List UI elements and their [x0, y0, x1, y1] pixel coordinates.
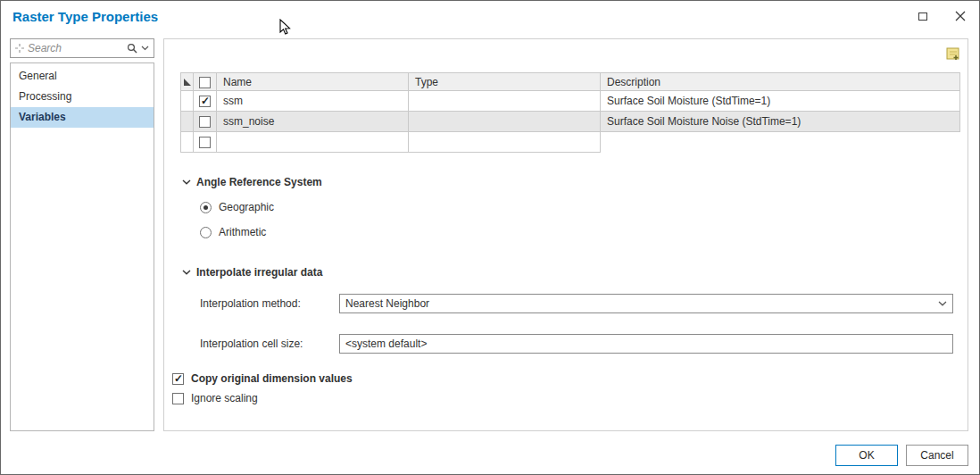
radio-icon: [200, 202, 212, 213]
column-header-type[interactable]: Type: [409, 73, 601, 91]
add-variable-button[interactable]: [945, 46, 961, 62]
sidebar-search[interactable]: [10, 38, 154, 58]
collapse-chevron-icon: [182, 179, 191, 185]
section-title: Angle Reference System: [196, 176, 322, 188]
radio-label: Arithmetic: [219, 226, 266, 238]
variables-page: Name Type Description ssm Surface Soil M…: [163, 38, 968, 431]
selected-option: Nearest Neighbor: [345, 297, 429, 310]
cell-name[interactable]: [217, 132, 409, 153]
maximize-icon: [918, 12, 927, 21]
checkbox-icon: [172, 373, 184, 385]
checkbox-label: Ignore scaling: [191, 392, 258, 404]
row-checkbox[interactable]: [199, 116, 211, 128]
titlebar: Raster Type Properties: [1, 1, 979, 31]
column-header-name[interactable]: Name: [217, 73, 409, 91]
raster-type-properties-dialog: Raster Type Properties General Processin…: [0, 0, 980, 475]
close-button[interactable]: [942, 1, 979, 31]
cell-name[interactable]: ssm_noise: [217, 112, 409, 132]
section-interpolate-irregular-data[interactable]: Interpolate irregular data: [182, 266, 960, 279]
cell-type[interactable]: [409, 132, 601, 153]
table-header-row: Name Type Description: [181, 73, 960, 91]
sidebar-item-processing[interactable]: Processing: [11, 87, 154, 107]
radio-geographic[interactable]: Geographic: [200, 201, 960, 213]
interpolation-cell-size-input[interactable]: [339, 334, 953, 354]
search-scope-icon: [15, 44, 24, 53]
maximize-button[interactable]: [904, 1, 942, 31]
dialog-footer: OK Cancel: [1, 431, 979, 466]
table-row: [181, 132, 960, 153]
section-angle-reference-system[interactable]: Angle Reference System: [182, 176, 960, 188]
cell-description[interactable]: Surface Soil Moisture Noise (StdTime=1): [601, 112, 960, 132]
interpolation-method-label: Interpolation method:: [200, 297, 339, 310]
radio-label: Geographic: [219, 201, 274, 213]
row-pointer-icon: [184, 79, 191, 86]
checkbox-icon: [172, 393, 184, 404]
search-dropdown-chevron-icon[interactable]: [141, 46, 149, 51]
search-icon: [127, 43, 137, 54]
row-selector[interactable]: [181, 132, 194, 153]
interpolation-method-row: Interpolation method: Nearest Neighbor: [200, 294, 953, 313]
row-selector[interactable]: [181, 112, 194, 132]
add-icon: [946, 46, 960, 61]
cell-type[interactable]: [409, 91, 601, 112]
table-row: ssm Surface Soil Moisture (StdTime=1): [181, 91, 960, 112]
sidebar-nav: General Processing Variables: [10, 62, 154, 431]
sidebar-item-variables[interactable]: Variables: [11, 107, 154, 128]
collapse-chevron-icon: [182, 270, 191, 275]
cell-description[interactable]: Surface Soil Moisture (StdTime=1): [601, 91, 960, 112]
radio-icon: [200, 227, 212, 238]
section-title: Interpolate irregular data: [196, 266, 322, 279]
interpolation-method-select[interactable]: Nearest Neighbor: [339, 294, 953, 313]
cell-description[interactable]: [601, 132, 960, 153]
table-row: ssm_noise Surface Soil Moisture Noise (S…: [181, 112, 960, 132]
variables-table: Name Type Description ssm Surface Soil M…: [180, 72, 960, 153]
sidebar-item-general[interactable]: General: [11, 66, 154, 87]
copy-original-dimension-values-checkbox[interactable]: Copy original dimension values: [172, 372, 960, 385]
row-checkbox[interactable]: [199, 96, 211, 107]
dropdown-chevron-icon: [938, 301, 947, 306]
checkbox-label: Copy original dimension values: [191, 372, 353, 385]
radio-arithmetic[interactable]: Arithmetic: [200, 226, 960, 238]
cell-name[interactable]: ssm: [217, 91, 409, 112]
select-all-checkbox[interactable]: [199, 77, 211, 88]
window-title: Raster Type Properties: [12, 9, 158, 24]
column-header-description[interactable]: Description: [601, 73, 960, 91]
dialog-body: General Processing Variables: [1, 31, 979, 431]
ok-button[interactable]: OK: [835, 445, 898, 466]
close-icon: [955, 11, 966, 21]
window-controls: [904, 1, 979, 31]
row-checkbox[interactable]: [199, 137, 211, 148]
interpolation-cell-size-row: Interpolation cell size:: [200, 334, 953, 354]
row-selector[interactable]: [181, 91, 194, 112]
search-input[interactable]: [28, 42, 123, 54]
sidebar: General Processing Variables: [10, 38, 154, 431]
cell-type[interactable]: [409, 112, 601, 132]
cancel-button[interactable]: Cancel: [906, 445, 968, 466]
ignore-scaling-checkbox[interactable]: Ignore scaling: [172, 392, 960, 404]
interpolation-cell-size-label: Interpolation cell size:: [200, 338, 339, 350]
